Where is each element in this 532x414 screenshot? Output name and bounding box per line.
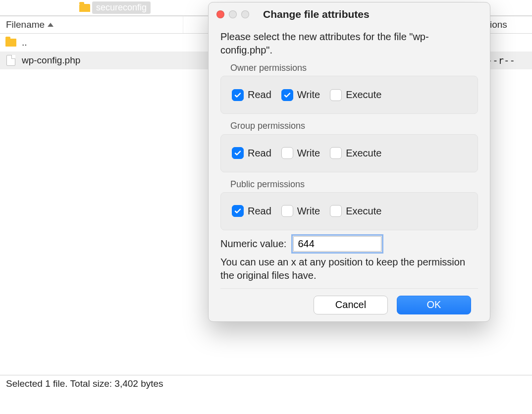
public-execute-label: Execute	[346, 205, 381, 218]
file-icon	[6, 55, 15, 66]
public-read-checkbox[interactable]: Read	[232, 205, 271, 218]
group-write-checkbox[interactable]: Write	[281, 147, 320, 160]
owner-write-label: Write	[297, 88, 320, 102]
owner-group-label: Owner permissions	[230, 62, 478, 74]
public-group-label: Public permissions	[230, 178, 478, 190]
public-execute-checkbox[interactable]: Execute	[330, 205, 381, 218]
close-window-button[interactable]	[216, 10, 224, 18]
dialog-separator	[220, 288, 478, 289]
file-name: wp-config.php	[22, 55, 183, 66]
dialog-button-row: Cancel OK	[220, 296, 478, 314]
owner-write-checkbox[interactable]: Write	[281, 88, 320, 102]
owner-read-label: Read	[248, 88, 271, 102]
dialog-titlebar: Change file attributes	[209, 2, 490, 23]
breadcrumb-folder-icon	[79, 4, 90, 12]
checkbox-icon	[330, 89, 342, 101]
checkbox-icon	[232, 147, 244, 159]
group-read-label: Read	[248, 147, 271, 160]
owner-execute-label: Execute	[346, 88, 381, 102]
owner-execute-checkbox[interactable]: Execute	[330, 88, 381, 102]
numeric-hint: You can use an x at any position to keep…	[220, 256, 478, 282]
group-execute-label: Execute	[346, 147, 381, 160]
cancel-button[interactable]: Cancel	[314, 296, 388, 314]
group-write-label: Write	[297, 147, 320, 160]
minimize-window-button	[229, 10, 237, 18]
numeric-value-input[interactable]	[293, 236, 381, 252]
dialog-title: Change file attributes	[263, 8, 370, 20]
checkbox-icon	[232, 205, 244, 217]
dialog-instruction: Please select the new attributes for the…	[220, 30, 478, 57]
numeric-value-label: Numeric value:	[220, 237, 286, 251]
owner-permissions-box: Read Write Execute	[220, 76, 478, 114]
public-permissions-box: Read Write Execute	[220, 192, 478, 230]
public-write-checkbox[interactable]: Write	[281, 205, 320, 218]
group-read-checkbox[interactable]: Read	[232, 147, 271, 160]
public-read-label: Read	[248, 205, 271, 218]
public-write-label: Write	[297, 205, 320, 218]
checkbox-icon	[330, 205, 342, 217]
checkbox-icon	[330, 147, 342, 159]
parent-dir-name: ..	[22, 37, 183, 48]
folder-icon	[5, 39, 16, 47]
change-attributes-dialog: Change file attributes Please select the…	[208, 2, 490, 322]
checkbox-icon	[281, 89, 293, 101]
group-permissions-box: Read Write Execute	[220, 134, 478, 172]
checkbox-icon	[281, 147, 293, 159]
column-filename[interactable]: Filename	[0, 16, 183, 33]
owner-read-checkbox[interactable]: Read	[232, 88, 271, 102]
group-execute-checkbox[interactable]: Execute	[330, 147, 381, 160]
status-bar: Selected 1 file. Total size: 3,402 bytes	[0, 375, 532, 405]
group-group-label: Group permissions	[230, 120, 478, 132]
breadcrumb-label[interactable]: secureconfig	[92, 1, 151, 14]
ok-button[interactable]: OK	[397, 296, 471, 314]
zoom-window-button	[241, 10, 249, 18]
window-controls	[216, 10, 249, 18]
checkbox-icon	[281, 205, 293, 217]
checkbox-icon	[232, 89, 244, 101]
column-filename-label: Filename	[6, 19, 45, 30]
sort-ascending-icon	[48, 23, 53, 27]
